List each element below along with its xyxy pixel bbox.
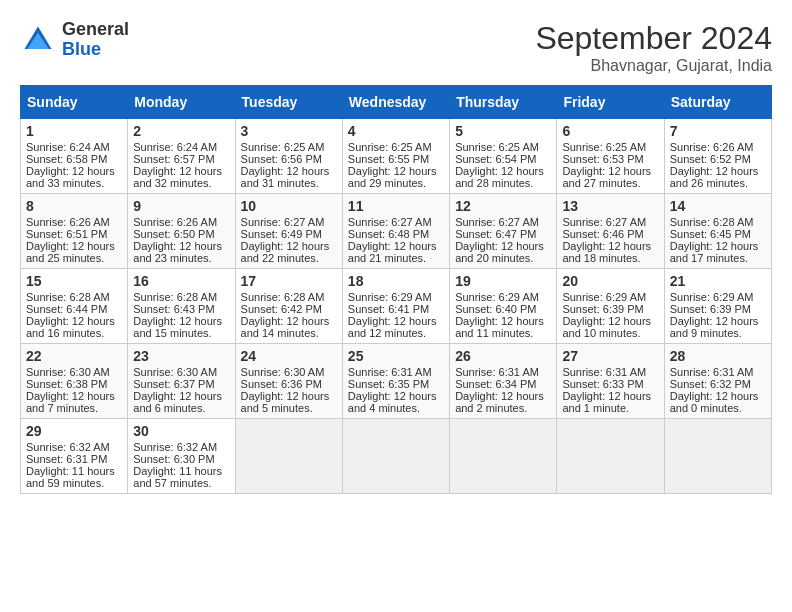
day-2: 2 Sunrise: 6:24 AMSunset: 6:57 PMDayligh… [128,119,235,194]
day-6: 6 Sunrise: 6:25 AMSunset: 6:53 PMDayligh… [557,119,664,194]
day-25: 25 Sunrise: 6:31 AMSunset: 6:35 PMDaylig… [342,344,449,419]
day-23: 23 Sunrise: 6:30 AMSunset: 6:37 PMDaylig… [128,344,235,419]
day-19: 19 Sunrise: 6:29 AMSunset: 6:40 PMDaylig… [450,269,557,344]
week-row-5: 29 Sunrise: 6:32 AMSunset: 6:31 PMDaylig… [21,419,772,494]
empty-cell-3 [450,419,557,494]
day-21: 21 Sunrise: 6:29 AMSunset: 6:39 PMDaylig… [664,269,771,344]
logo-general: General [62,19,129,39]
empty-cell-5 [664,419,771,494]
day-15: 15 Sunrise: 6:28 AMSunset: 6:44 PMDaylig… [21,269,128,344]
header-wednesday: Wednesday [342,86,449,119]
day-5: 5 Sunrise: 6:25 AMSunset: 6:54 PMDayligh… [450,119,557,194]
header-monday: Monday [128,86,235,119]
day-4: 4 Sunrise: 6:25 AMSunset: 6:55 PMDayligh… [342,119,449,194]
day-26: 26 Sunrise: 6:31 AMSunset: 6:34 PMDaylig… [450,344,557,419]
day-28: 28 Sunrise: 6:31 AMSunset: 6:32 PMDaylig… [664,344,771,419]
week-row-4: 22 Sunrise: 6:30 AMSunset: 6:38 PMDaylig… [21,344,772,419]
day-16: 16 Sunrise: 6:28 AMSunset: 6:43 PMDaylig… [128,269,235,344]
day-30: 30 Sunrise: 6:32 AMSunset: 6:30 PMDaylig… [128,419,235,494]
day-22: 22 Sunrise: 6:30 AMSunset: 6:38 PMDaylig… [21,344,128,419]
logo-blue: Blue [62,39,101,59]
header-friday: Friday [557,86,664,119]
day-11: 11 Sunrise: 6:27 AMSunset: 6:48 PMDaylig… [342,194,449,269]
day-9: 9 Sunrise: 6:26 AMSunset: 6:50 PMDayligh… [128,194,235,269]
empty-cell-4 [557,419,664,494]
logo-text: General Blue [62,20,129,60]
day-1: 1 Sunrise: 6:24 AMSunset: 6:58 PMDayligh… [21,119,128,194]
day-10: 10 Sunrise: 6:27 AMSunset: 6:49 PMDaylig… [235,194,342,269]
calendar-table: Sunday Monday Tuesday Wednesday Thursday… [20,85,772,494]
week-row-2: 8 Sunrise: 6:26 AMSunset: 6:51 PMDayligh… [21,194,772,269]
day-3: 3 Sunrise: 6:25 AMSunset: 6:56 PMDayligh… [235,119,342,194]
empty-cell-1 [235,419,342,494]
title-section: September 2024 Bhavnagar, Gujarat, India [535,20,772,75]
header-thursday: Thursday [450,86,557,119]
weekday-header-row: Sunday Monday Tuesday Wednesday Thursday… [21,86,772,119]
day-20: 20 Sunrise: 6:29 AMSunset: 6:39 PMDaylig… [557,269,664,344]
location-subtitle: Bhavnagar, Gujarat, India [535,57,772,75]
day-24: 24 Sunrise: 6:30 AMSunset: 6:36 PMDaylig… [235,344,342,419]
day-14: 14 Sunrise: 6:28 AMSunset: 6:45 PMDaylig… [664,194,771,269]
day-29: 29 Sunrise: 6:32 AMSunset: 6:31 PMDaylig… [21,419,128,494]
day-8: 8 Sunrise: 6:26 AMSunset: 6:51 PMDayligh… [21,194,128,269]
day-27: 27 Sunrise: 6:31 AMSunset: 6:33 PMDaylig… [557,344,664,419]
day-17: 17 Sunrise: 6:28 AMSunset: 6:42 PMDaylig… [235,269,342,344]
logo-icon [20,22,56,58]
day-12: 12 Sunrise: 6:27 AMSunset: 6:47 PMDaylig… [450,194,557,269]
header-tuesday: Tuesday [235,86,342,119]
logo: General Blue [20,20,129,60]
header-sunday: Sunday [21,86,128,119]
empty-cell-2 [342,419,449,494]
week-row-3: 15 Sunrise: 6:28 AMSunset: 6:44 PMDaylig… [21,269,772,344]
day-7: 7 Sunrise: 6:26 AMSunset: 6:52 PMDayligh… [664,119,771,194]
week-row-1: 1 Sunrise: 6:24 AMSunset: 6:58 PMDayligh… [21,119,772,194]
page-header: General Blue September 2024 Bhavnagar, G… [20,20,772,75]
day-18: 18 Sunrise: 6:29 AMSunset: 6:41 PMDaylig… [342,269,449,344]
month-year-title: September 2024 [535,20,772,57]
day-13: 13 Sunrise: 6:27 AMSunset: 6:46 PMDaylig… [557,194,664,269]
header-saturday: Saturday [664,86,771,119]
